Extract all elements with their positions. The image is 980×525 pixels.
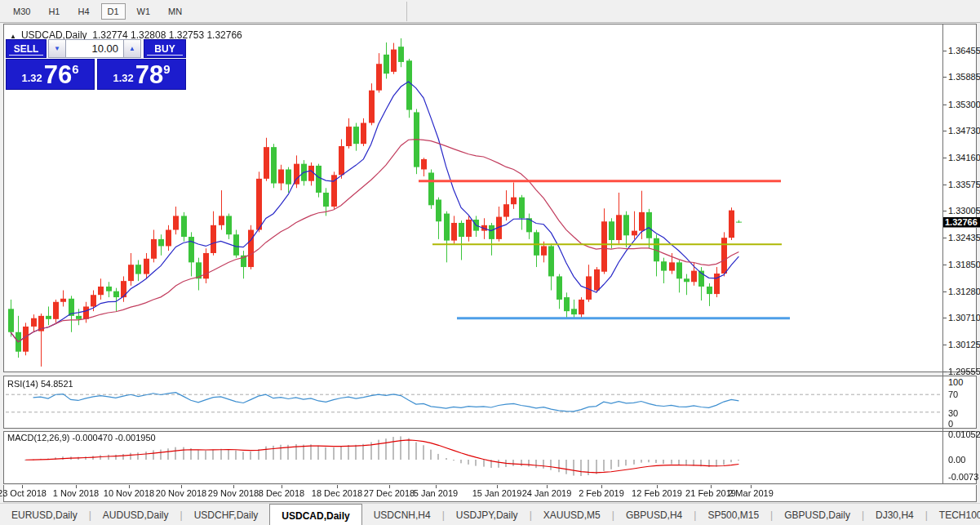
price-axis-tick (943, 265, 947, 265)
date-axis[interactable]: 23 Oct 20181 Nov 201810 Nov 201820 Nov 2… (4, 485, 942, 501)
price-axis-tick (943, 211, 947, 211)
price-axis-label: 1.32435 (948, 233, 980, 242)
one-click-trading-panel: SELL ▼ ▲ BUY 1.32766 1.32789 (6, 39, 186, 90)
chart-tab-sp500-m15[interactable]: SP500,M15 (696, 504, 770, 525)
date-axis-label: 23 Oct 2018 (0, 488, 47, 498)
chart-tab-eurusd-daily[interactable]: EURUSD,Daily (0, 504, 89, 525)
timeframe-button-m30[interactable]: M30 (7, 3, 37, 20)
triangle-down-icon: ▼ (54, 45, 60, 52)
rsi-axis-label: 100 (948, 377, 963, 387)
rsi-macd-divider[interactable] (3, 428, 977, 432)
price-chart-area[interactable] (6, 25, 942, 485)
chart-tab-bar: EURUSD,Daily|AUDUSD,Daily|USDCHF,DailyUS… (0, 503, 980, 525)
triangle-up-icon: ▲ (129, 45, 135, 52)
rsi-axis-label: 0 (948, 419, 953, 429)
rsi-axis-label: 30 (948, 408, 958, 418)
date-axis-label: 2 Mar 2019 (728, 488, 774, 498)
macd-axis-label: -0.0073 (948, 472, 978, 482)
price-axis-label: 1.34730 (948, 126, 980, 136)
date-axis-label: 1 Nov 2018 (53, 488, 99, 498)
timeframe-button-h1[interactable]: H1 (42, 3, 66, 20)
date-axis-label: 20 Nov 2018 (156, 488, 206, 498)
price-axis-label: 1.31280 (948, 287, 980, 296)
volume-decrease-button[interactable]: ▼ (48, 39, 66, 58)
timeframe-button-w1[interactable]: W1 (131, 3, 157, 20)
date-axis-label: 29 Nov 2018 (208, 488, 259, 498)
date-axis-label: 24 Jan 2019 (522, 488, 572, 498)
price-axis-tick (943, 318, 947, 318)
current-price-badge: 1.32766 (943, 217, 980, 228)
macd-axis-label: 0.010525 (948, 429, 980, 439)
buy-price-display[interactable]: 1.32789 (97, 59, 186, 90)
price-axis-label: 1.31850 (948, 260, 980, 269)
timeframe-button-mn[interactable]: MN (162, 3, 188, 20)
chart-tab-usdcad-daily[interactable]: USDCAD,Daily (269, 504, 361, 525)
macd-axis-label: 0.00 (948, 455, 965, 465)
price-axis-tick (943, 77, 947, 78)
date-axis-label: 2 Feb 2019 (579, 488, 624, 498)
chart-tab-usdchf-daily[interactable]: USDCHF,Daily (183, 504, 270, 525)
chart-tab-xauusd-m5[interactable]: XAUUSD,M5 (532, 504, 612, 525)
price-axis-tick (943, 345, 947, 345)
sell-price-display[interactable]: 1.32766 (6, 59, 95, 90)
sell-price-pip-digit: 6 (72, 62, 78, 76)
price-axis-label: 1.33005 (948, 206, 980, 216)
rsi-axis-label: 70 (948, 389, 958, 399)
chart-rsi-divider[interactable] (3, 372, 977, 376)
buy-button[interactable]: BUY (144, 39, 186, 58)
price-axis-label: 1.36455 (948, 46, 980, 56)
date-axis-label: 8 Dec 2018 (259, 488, 304, 498)
date-axis-label: 10 Nov 2018 (104, 488, 154, 498)
price-axis-label: 1.30710 (948, 313, 980, 323)
volume-input[interactable] (66, 39, 123, 58)
date-axis-label: 27 Dec 2018 (364, 488, 415, 498)
sell-price-big-digits: 76 (44, 63, 72, 87)
price-axis-tick (943, 291, 947, 292)
price-axis-label: 1.29555 (948, 367, 980, 376)
price-axis-separator (942, 24, 943, 484)
chart-tab-usdcnh-h4[interactable]: USDCNH,H4 (362, 504, 442, 525)
date-axis-label: 5 Jan 2019 (414, 488, 458, 498)
chart-tab-usdjpy-daily[interactable]: USDJPY,Daily (445, 504, 530, 525)
date-axis-label: 15 Jan 2019 (472, 488, 522, 498)
price-axis-tick (943, 372, 947, 372)
sell-price-prefix: 1.32 (21, 72, 42, 84)
mt4-chart-window: M30H1H4D1W1MN ▲USDCAD,Daily 1.32774 1.32… (0, 0, 980, 525)
price-axis-label: 1.34160 (948, 153, 980, 162)
chart-tab-tech100-h1[interactable]: TECH100,H1 (928, 504, 980, 525)
price-axis-tick (943, 105, 947, 105)
chart-tab-gbpusd-daily[interactable]: GBPUSD,Daily (773, 504, 862, 525)
buy-price-big-digits: 78 (135, 63, 163, 87)
price-axis-label: 1.35300 (948, 100, 980, 109)
chart-tab-dj30-h4[interactable]: DJ30,H4 (864, 504, 925, 525)
price-axis-tick (943, 158, 947, 158)
price-axis-label: 1.30125 (948, 340, 980, 349)
chart-tab-gbpusd-h4[interactable]: GBPUSD,H4 (614, 504, 694, 525)
buy-price-prefix: 1.32 (113, 72, 133, 84)
buy-price-pip-digit: 9 (163, 62, 170, 76)
toolbar-separator (406, 2, 407, 21)
timeframe-button-h4[interactable]: H4 (71, 3, 95, 20)
price-axis-label: 1.33575 (948, 180, 980, 189)
price-axis-tick (943, 185, 947, 185)
macd-label: MACD(12,26,9) -0.000470 -0.001950 (7, 433, 156, 443)
price-axis-label: 1.35885 (948, 72, 980, 82)
timeframe-toolbar: M30H1H4D1W1MN (0, 0, 980, 23)
price-axis-tick (943, 131, 947, 131)
volume-increase-button[interactable]: ▲ (123, 39, 141, 58)
date-axis-label: 12 Feb 2019 (632, 488, 682, 498)
price-axis-tick (943, 51, 947, 51)
timeframe-button-d1[interactable]: D1 (101, 3, 126, 20)
price-axis-tick (943, 238, 947, 238)
date-axis-label: 18 Dec 2018 (312, 488, 362, 498)
rsi-label: RSI(14) 54.8521 (7, 379, 73, 389)
sell-button[interactable]: SELL (6, 39, 47, 58)
chart-tab-audusd-daily[interactable]: AUDUSD,Daily (91, 504, 180, 525)
